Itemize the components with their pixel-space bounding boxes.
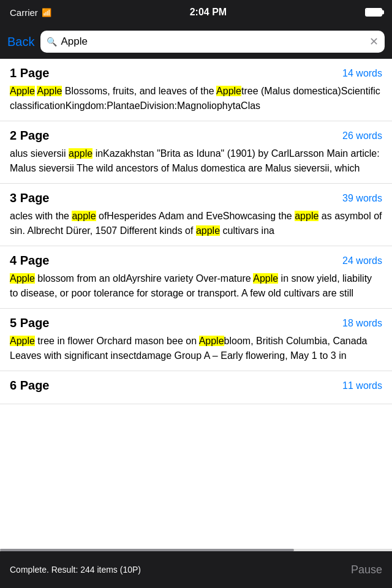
highlight-word: Apple	[10, 273, 35, 284]
nav-bar: Back 🔍 ✕	[0, 24, 392, 59]
highlight-word: Apple	[10, 86, 35, 96]
result-text-4: Apple blossom from an oldAyrshire variet…	[10, 271, 382, 301]
word-count-6: 11 words	[342, 380, 382, 391]
highlight-word: apple	[69, 148, 92, 159]
result-item-3[interactable]: 3 Page39 wordsacles with the apple ofHes…	[0, 184, 392, 246]
wifi-icon: 📶	[42, 8, 51, 17]
page-title-6: 6 Page	[10, 379, 49, 393]
search-input[interactable]	[61, 36, 366, 48]
battery-body	[365, 8, 382, 17]
highlight-word: Apple	[10, 336, 35, 346]
highlight-word: Apple	[253, 273, 278, 284]
result-text-5: Apple tree in flower Orchard mason bee o…	[10, 334, 382, 363]
result-item-4[interactable]: 4 Page24 wordsApple blossom from an oldA…	[0, 246, 392, 309]
result-item-1[interactable]: 1 Page14 wordsApple Apple Blossoms, frui…	[0, 59, 392, 121]
page-title-1: 1 Page	[10, 66, 49, 80]
result-text-2: alus sieversii apple inKazakhstan "Brita…	[10, 146, 382, 176]
word-count-5: 18 words	[342, 318, 382, 329]
carrier-label: Carrier 📶	[10, 7, 51, 18]
page-title-3: 3 Page	[10, 191, 49, 205]
result-text-3: acles with the apple ofHesperides Adam a…	[10, 209, 382, 238]
result-header-5: 5 Page18 words	[10, 316, 382, 330]
result-header-4: 4 Page24 words	[10, 254, 382, 268]
result-item-6[interactable]: 6 Page11 words	[0, 371, 392, 404]
result-text-1: Apple Apple Blossoms, fruits, and leaves…	[10, 84, 382, 113]
highlight-word: Apple	[216, 86, 241, 96]
search-clear-button[interactable]: ✕	[369, 36, 379, 47]
page-title-2: 2 Page	[10, 129, 49, 143]
result-header-6: 6 Page11 words	[10, 379, 382, 393]
result-header-3: 3 Page39 words	[10, 191, 382, 205]
status-text: Complete. Result: 244 items (10P)	[10, 565, 141, 575]
result-item-2[interactable]: 2 Page26 wordsalus sieversii apple inKaz…	[0, 121, 392, 184]
result-item-5[interactable]: 5 Page18 wordsApple tree in flower Orcha…	[0, 309, 392, 371]
highlight-word: apple	[72, 211, 96, 221]
search-icon: 🔍	[47, 37, 57, 47]
result-header-1: 1 Page14 words	[10, 66, 382, 80]
back-button[interactable]: Back	[7, 35, 34, 49]
scroll-indicator	[0, 549, 392, 551]
page-title-4: 4 Page	[10, 254, 49, 268]
time-label: 2:04 PM	[190, 7, 227, 18]
highlight-word: apple	[196, 225, 220, 236]
highlight-word: apple	[295, 211, 318, 221]
status-bar: Carrier 📶 2:04 PM	[0, 0, 392, 24]
results-list: 1 Page14 wordsApple Apple Blossoms, frui…	[0, 59, 392, 549]
battery-fill	[366, 9, 381, 15]
highlight-word: Apple	[37, 86, 62, 96]
highlight-word: Apple	[199, 336, 224, 346]
pause-button[interactable]: Pause	[351, 564, 382, 576]
word-count-3: 39 words	[342, 193, 382, 204]
word-count-4: 24 words	[342, 255, 382, 266]
word-count-1: 14 words	[342, 68, 382, 79]
scroll-thumb	[0, 549, 294, 551]
bottom-bar: Complete. Result: 244 items (10P) Pause	[0, 551, 392, 588]
battery-indicator	[365, 8, 382, 17]
result-header-2: 2 Page26 words	[10, 129, 382, 143]
page-title-5: 5 Page	[10, 316, 49, 330]
word-count-2: 26 words	[342, 130, 382, 141]
carrier-text: Carrier	[10, 7, 38, 18]
search-bar: 🔍 ✕	[40, 31, 385, 53]
